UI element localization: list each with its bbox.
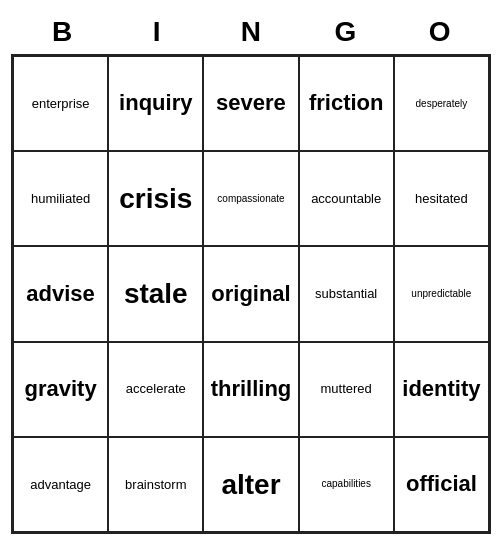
bingo-cell-4-4: official	[394, 437, 489, 532]
bingo-cell-2-2: original	[203, 246, 298, 341]
bingo-cell-3-4: identity	[394, 342, 489, 437]
bingo-cell-1-4: hesitated	[394, 151, 489, 246]
cell-text-4-1: brainstorm	[125, 477, 186, 493]
cell-text-3-4: identity	[402, 376, 480, 402]
bingo-cell-2-0: advise	[13, 246, 108, 341]
bingo-cell-3-1: accelerate	[108, 342, 203, 437]
cell-text-4-2: alter	[221, 468, 280, 502]
cell-text-2-1: stale	[124, 277, 188, 311]
cell-text-0-2: severe	[216, 90, 286, 116]
cell-text-2-0: advise	[26, 281, 95, 307]
bingo-header: BINGO	[11, 10, 491, 54]
header-letter-b: B	[18, 16, 106, 48]
bingo-cell-1-3: accountable	[299, 151, 394, 246]
cell-text-0-4: desperately	[416, 98, 468, 110]
cell-text-3-0: gravity	[25, 376, 97, 402]
header-letter-i: I	[113, 16, 201, 48]
cell-text-0-3: friction	[309, 90, 384, 116]
bingo-grid: enterpriseinquiryseverefrictiondesperate…	[11, 54, 491, 534]
cell-text-1-2: compassionate	[217, 193, 284, 205]
cell-text-4-3: capabilities	[321, 478, 370, 490]
bingo-cell-1-1: crisis	[108, 151, 203, 246]
cell-text-3-3: muttered	[321, 381, 372, 397]
bingo-cell-2-1: stale	[108, 246, 203, 341]
bingo-cell-4-0: advantage	[13, 437, 108, 532]
cell-text-2-4: unpredictable	[411, 288, 471, 300]
cell-text-1-1: crisis	[119, 182, 192, 216]
bingo-cell-2-3: substantial	[299, 246, 394, 341]
header-letter-n: N	[207, 16, 295, 48]
bingo-cell-3-0: gravity	[13, 342, 108, 437]
header-letter-g: G	[301, 16, 389, 48]
cell-text-0-0: enterprise	[32, 96, 90, 112]
bingo-cell-4-2: alter	[203, 437, 298, 532]
bingo-cell-4-1: brainstorm	[108, 437, 203, 532]
bingo-cell-0-2: severe	[203, 56, 298, 151]
bingo-cell-0-3: friction	[299, 56, 394, 151]
cell-text-3-2: thrilling	[211, 376, 292, 402]
cell-text-4-4: official	[406, 471, 477, 497]
cell-text-3-1: accelerate	[126, 381, 186, 397]
bingo-cell-0-1: inquiry	[108, 56, 203, 151]
bingo-cell-3-2: thrilling	[203, 342, 298, 437]
bingo-cell-1-2: compassionate	[203, 151, 298, 246]
bingo-cell-0-4: desperately	[394, 56, 489, 151]
bingo-cell-3-3: muttered	[299, 342, 394, 437]
cell-text-1-4: hesitated	[415, 191, 468, 207]
header-letter-o: O	[396, 16, 484, 48]
bingo-card: BINGO enterpriseinquiryseverefrictiondes…	[11, 10, 491, 534]
bingo-cell-2-4: unpredictable	[394, 246, 489, 341]
cell-text-1-3: accountable	[311, 191, 381, 207]
cell-text-2-2: original	[211, 281, 290, 307]
cell-text-1-0: humiliated	[31, 191, 90, 207]
bingo-cell-4-3: capabilities	[299, 437, 394, 532]
cell-text-0-1: inquiry	[119, 90, 192, 116]
bingo-cell-1-0: humiliated	[13, 151, 108, 246]
cell-text-2-3: substantial	[315, 286, 377, 302]
bingo-cell-0-0: enterprise	[13, 56, 108, 151]
cell-text-4-0: advantage	[30, 477, 91, 493]
